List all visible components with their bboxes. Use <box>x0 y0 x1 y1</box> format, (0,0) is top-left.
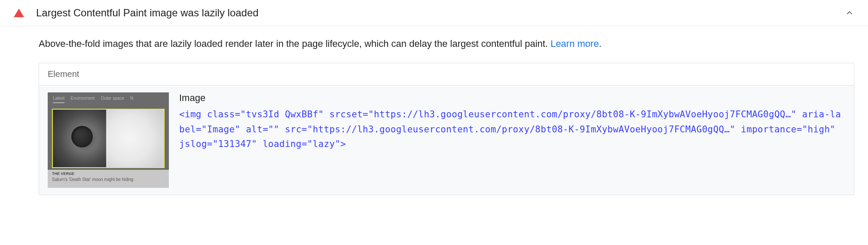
moon-image-left <box>53 110 106 167</box>
element-label: Image <box>179 92 845 104</box>
thumb-nav-environment: Environment <box>70 96 95 103</box>
audit-title: Largest Contentful Paint image was lazil… <box>36 7 845 19</box>
moon-image-right <box>106 110 164 167</box>
description-text: Above-the-fold images that are lazily lo… <box>39 38 550 49</box>
thumb-nav-latest: Latest <box>53 96 64 103</box>
audit-description: Above-the-fold images that are lazily lo… <box>39 37 854 51</box>
description-suffix: . <box>599 38 602 49</box>
element-table: Element Latest Environment Outer space N <box>39 63 854 195</box>
table-row: Latest Environment Outer space N THE VER… <box>39 86 854 195</box>
crater-icon <box>71 126 93 147</box>
chevron-up-icon <box>845 8 854 18</box>
thumbnail-source: THE VERGE <box>52 172 165 176</box>
element-details: Image <img class="tvs3Id QwxBBf" srcset=… <box>179 92 845 188</box>
learn-more-link[interactable]: Learn more <box>550 38 599 49</box>
warning-triangle-icon <box>14 9 24 17</box>
audit-body: Above-the-fold images that are lazily lo… <box>0 26 868 205</box>
table-header: Element <box>39 63 854 86</box>
thumbnail-nav: Latest Environment Outer space N <box>48 92 169 106</box>
thumb-nav-more: N <box>130 96 133 103</box>
thumb-nav-outer-space: Outer space <box>101 96 124 103</box>
element-thumbnail: Latest Environment Outer space N THE VER… <box>48 92 169 188</box>
thumbnail-caption: Saturn's 'Death Star' moon might be hidi… <box>52 177 165 182</box>
thumbnail-footer: THE VERGE Saturn's 'Death Star' moon mig… <box>48 170 169 188</box>
element-code-snippet: <img class="tvs3Id QwxBBf" srcset="https… <box>179 107 845 152</box>
thumbnail-image-highlight <box>52 109 165 168</box>
audit-header[interactable]: Largest Contentful Paint image was lazil… <box>0 0 868 26</box>
